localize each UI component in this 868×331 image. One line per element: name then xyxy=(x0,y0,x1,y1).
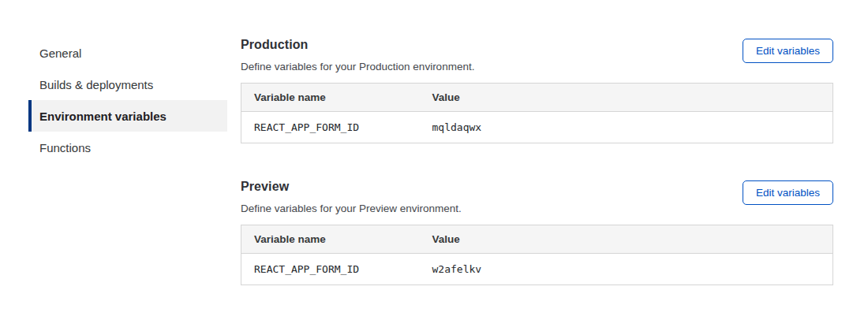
preview-section: Preview Define variables for your Previe… xyxy=(241,180,833,285)
production-section: Production Define variables for your Pro… xyxy=(241,38,833,143)
table-row: REACT_APP_FORM_ID mqldaqwx xyxy=(241,112,833,143)
sidebar-item-label: Environment variables xyxy=(39,110,166,123)
section-title-preview: Preview xyxy=(241,180,462,194)
settings-sidebar: General Builds & deployments Environment… xyxy=(28,0,227,331)
variable-name-cell: REACT_APP_FORM_ID xyxy=(241,254,420,285)
environment-variables-panel: Production Define variables for your Pro… xyxy=(227,0,868,331)
production-variables-table: Variable name Value REACT_APP_FORM_ID mq… xyxy=(241,83,833,143)
settings-page: General Builds & deployments Environment… xyxy=(0,0,868,331)
sidebar-item-label: General xyxy=(39,46,81,60)
edit-variables-button-preview[interactable]: Edit variables xyxy=(743,180,833,205)
variable-value-cell: w2afelkv xyxy=(420,254,833,285)
sidebar-item-label: Functions xyxy=(39,141,91,154)
table-header-row: Variable name Value xyxy=(241,225,833,254)
edit-variables-button-production[interactable]: Edit variables xyxy=(743,39,833,63)
variable-name-cell: REACT_APP_FORM_ID xyxy=(241,112,420,143)
variable-value-cell: mqldaqwx xyxy=(420,112,833,143)
production-section-text: Production Define variables for your Pro… xyxy=(241,38,474,73)
column-header-variable-name: Variable name xyxy=(241,225,420,254)
column-header-value: Value xyxy=(420,84,833,112)
column-header-variable-name: Variable name xyxy=(241,84,420,112)
preview-variables-table: Variable name Value REACT_APP_FORM_ID w2… xyxy=(241,225,833,285)
section-description-production: Define variables for your Production env… xyxy=(241,61,474,73)
section-description-preview: Define variables for your Preview enviro… xyxy=(241,203,462,214)
sidebar-item-general[interactable]: General xyxy=(28,37,227,69)
sidebar-item-label: Builds & deployments xyxy=(39,78,153,91)
sidebar-item-environment-variables[interactable]: Environment variables xyxy=(28,100,227,132)
preview-section-text: Preview Define variables for your Previe… xyxy=(241,180,462,214)
sidebar-item-builds-deployments[interactable]: Builds & deployments xyxy=(28,69,227,100)
table-row: REACT_APP_FORM_ID w2afelkv xyxy=(241,254,833,285)
preview-section-header: Preview Define variables for your Previe… xyxy=(241,180,833,214)
table-header-row: Variable name Value xyxy=(241,84,833,112)
sidebar-item-functions[interactable]: Functions xyxy=(28,132,227,163)
section-title-production: Production xyxy=(241,38,474,52)
production-section-header: Production Define variables for your Pro… xyxy=(241,38,833,73)
column-header-value: Value xyxy=(420,225,833,254)
